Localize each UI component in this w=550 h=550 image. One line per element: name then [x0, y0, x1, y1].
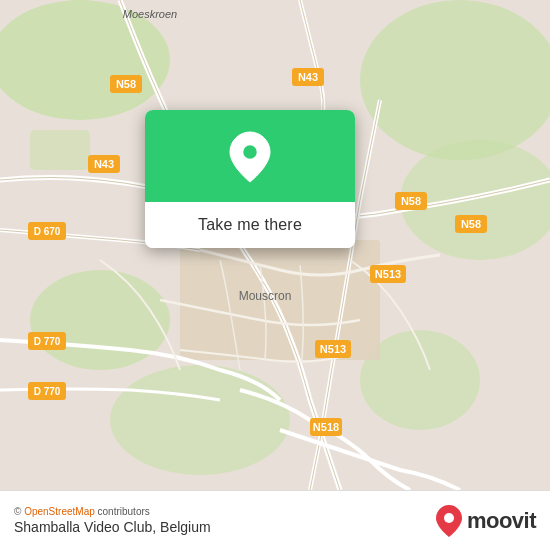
svg-text:N58: N58: [461, 218, 481, 230]
copyright-symbol: ©: [14, 506, 24, 517]
svg-text:N43: N43: [94, 158, 114, 170]
svg-text:N43: N43: [298, 71, 318, 83]
svg-text:D 670: D 670: [34, 226, 61, 237]
svg-point-35: [444, 513, 454, 523]
moovit-brand-text: moovit: [467, 508, 536, 534]
svg-text:Moeskroen: Moeskroen: [123, 8, 177, 20]
moovit-pin-icon: [435, 504, 463, 538]
svg-text:D 770: D 770: [34, 336, 61, 347]
svg-point-5: [110, 365, 290, 475]
svg-text:Mouscron: Mouscron: [239, 289, 292, 303]
svg-text:N513: N513: [375, 268, 401, 280]
svg-point-34: [242, 144, 258, 160]
map-container[interactable]: N58 N43 N43 N58 N58 N513 N513 N518 D 670…: [0, 0, 550, 490]
popup-card: Take me there: [145, 110, 355, 248]
osm-link[interactable]: OpenStreetMap: [24, 506, 95, 517]
moovit-logo: moovit: [435, 504, 536, 538]
bottom-bar: © OpenStreetMap contributors Shamballa V…: [0, 490, 550, 550]
location-pin-icon: [228, 130, 272, 184]
svg-text:N58: N58: [401, 195, 421, 207]
svg-text:N518: N518: [313, 421, 339, 433]
location-name: Shamballa Video Club, Belgium: [14, 519, 211, 535]
copyright-text: © OpenStreetMap contributors: [14, 506, 211, 517]
popup-green-area: [145, 110, 355, 202]
svg-text:N58: N58: [116, 78, 136, 90]
take-me-there-button[interactable]: Take me there: [145, 202, 355, 248]
bottom-info: © OpenStreetMap contributors Shamballa V…: [14, 506, 211, 535]
contributors-text: contributors: [95, 506, 150, 517]
svg-text:D 770: D 770: [34, 386, 61, 397]
svg-point-4: [30, 270, 170, 370]
svg-text:N513: N513: [320, 343, 346, 355]
svg-rect-7: [30, 130, 90, 170]
